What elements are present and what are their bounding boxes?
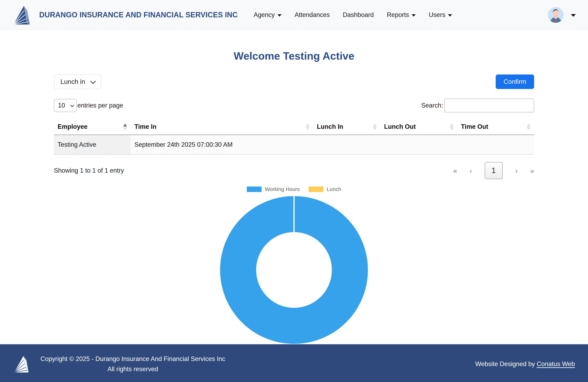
cell-employee: Testing Active — [54, 135, 131, 155]
main-content: Welcome Testing Active Lunch in Confirm … — [0, 30, 588, 344]
nav-item-label: Dashboard — [343, 11, 374, 19]
nav-item-attendances[interactable]: Attendances — [294, 11, 330, 19]
nav-item-users[interactable]: Users — [429, 11, 452, 19]
chevron-down-icon — [277, 14, 282, 17]
user-avatar — [548, 7, 564, 23]
confirm-button[interactable]: Confirm — [496, 75, 534, 89]
conatus-web-link[interactable]: Conatus Web — [537, 360, 575, 367]
legend-item-working-hours[interactable]: Working Hours — [247, 186, 300, 192]
nav-item-reports[interactable]: Reports — [387, 11, 416, 19]
cell-time-in: September 24th 2025 07:00:30 AM — [131, 135, 313, 155]
company-logo-icon — [12, 5, 34, 25]
cell-lunch-in — [313, 135, 380, 155]
chevron-down-icon — [412, 14, 416, 17]
table-summary: Showing 1 to 1 of 1 entry — [54, 167, 124, 174]
pagination-page-1-button[interactable]: 1 — [485, 162, 503, 179]
pagination-first-button[interactable]: « — [453, 167, 457, 175]
column-header-label: Time Out — [461, 123, 488, 130]
pagination-prev-button[interactable]: ‹ — [470, 167, 472, 175]
sort-icon — [527, 124, 530, 130]
brand-name: DURANGO INSURANCE AND FINANCIAL SERVICES… — [39, 11, 238, 19]
attendance-status-select[interactable]: Lunch in — [54, 74, 101, 89]
cell-time-out — [457, 135, 534, 155]
hours-chart-section: Working Hours Lunch — [0, 186, 588, 344]
column-header-label: Lunch In — [317, 123, 343, 130]
top-navbar: DURANGO INSURANCE AND FINANCIAL SERVICES… — [0, 0, 588, 30]
attendance-table: Employee Time In Lunch In Lunch Out — [54, 119, 534, 155]
page-footer: Copyright © 2025 - Durango Insurance And… — [0, 344, 588, 382]
entries-per-page-label: entries per page — [77, 102, 123, 109]
chevron-down-icon — [571, 14, 576, 17]
table-header-row: Employee Time In Lunch In Lunch Out — [54, 119, 534, 135]
search-label: Search: — [421, 102, 443, 109]
legend-label: Working Hours — [265, 186, 300, 192]
column-header-label: Lunch Out — [384, 123, 416, 130]
nav-item-label: Users — [429, 11, 445, 19]
nav-item-dashboard[interactable]: Dashboard — [343, 11, 374, 19]
chevron-down-icon — [70, 103, 74, 107]
chart-legend: Working Hours Lunch — [247, 186, 341, 192]
pagination: « ‹ 1 › » — [453, 162, 534, 179]
column-header-time-in[interactable]: Time In — [131, 119, 313, 135]
column-header-time-out[interactable]: Time Out — [457, 119, 534, 135]
rights-text: All rights reserved — [41, 365, 225, 373]
sort-icon — [306, 124, 310, 130]
pagination-next-button[interactable]: › — [515, 167, 518, 175]
user-menu-toggle[interactable] — [548, 7, 576, 23]
sort-ascending-icon — [123, 124, 127, 130]
legend-item-lunch[interactable]: Lunch — [309, 186, 341, 192]
sort-icon — [450, 124, 454, 130]
nav-item-label: Agency — [253, 11, 274, 19]
column-header-label: Time In — [134, 123, 156, 130]
entries-per-page-value: 10 — [58, 102, 65, 109]
pagination-last-button[interactable]: » — [530, 167, 534, 175]
column-header-lunch-in[interactable]: Lunch In — [313, 119, 380, 135]
company-logo-icon-white — [13, 354, 32, 374]
legend-label: Lunch — [327, 186, 341, 192]
nav-item-agency[interactable]: Agency — [253, 11, 281, 19]
search-input[interactable] — [444, 99, 534, 112]
copyright-text: Copyright © 2025 - Durango Insurance And… — [41, 355, 225, 362]
page-title: Welcome Testing Active — [0, 50, 588, 62]
working-hours-swatch — [247, 186, 262, 192]
sort-icon — [373, 124, 377, 130]
entries-per-page-select[interactable]: 10 — [54, 99, 77, 112]
chevron-down-icon — [448, 14, 452, 17]
brand-link[interactable]: DURANGO INSURANCE AND FINANCIAL SERVICES… — [12, 5, 238, 25]
attendance-status-value: Lunch in — [61, 78, 85, 85]
column-header-lunch-out[interactable]: Lunch Out — [380, 119, 457, 135]
cell-lunch-out — [380, 135, 457, 155]
main-nav: Agency Attendances Dashboard Reports Use… — [253, 11, 452, 19]
column-header-label: Employee — [58, 123, 87, 130]
nav-item-label: Reports — [387, 11, 409, 19]
lunch-swatch — [309, 186, 323, 192]
designed-by-prefix: Website Designed by — [475, 360, 537, 367]
column-header-employee[interactable]: Employee — [54, 119, 131, 135]
table-row: Testing Active September 24th 2025 07:00… — [54, 135, 534, 155]
chevron-down-icon — [90, 78, 96, 84]
designed-by-text: Website Designed by Conatus Web — [475, 360, 575, 368]
working-hours-doughnut-chart — [219, 196, 369, 344]
nav-item-label: Attendances — [294, 11, 330, 19]
